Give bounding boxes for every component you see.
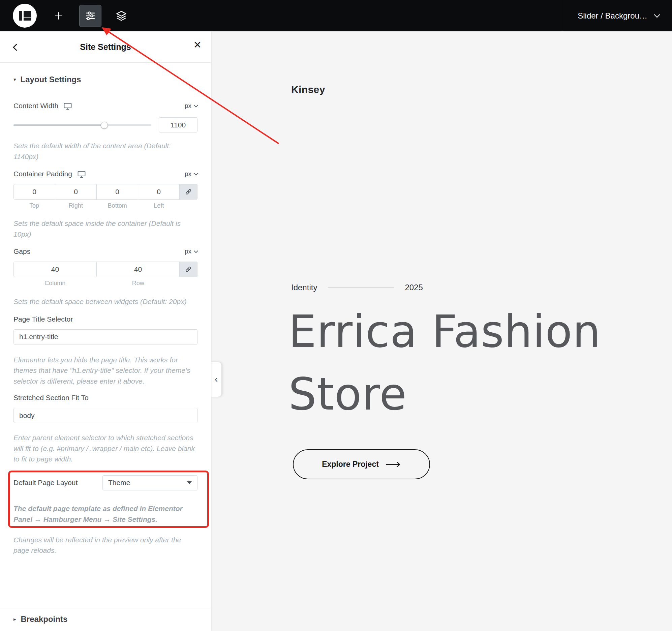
settings-sliders-icon (84, 10, 96, 22)
desktop-icon[interactable] (64, 103, 72, 110)
caret-down-icon: ▾ (14, 76, 16, 83)
elementor-logo-bar (19, 11, 22, 21)
link-values-button[interactable] (179, 184, 197, 200)
panel-title: Site Settings (80, 42, 131, 52)
chevron-left-icon: ‹ (215, 374, 218, 384)
explore-project-button[interactable]: Explore Project (293, 449, 430, 479)
close-button[interactable]: ✕ (193, 40, 201, 50)
arrow-right-icon (386, 461, 401, 468)
section-label: Layout Settings (21, 75, 81, 84)
page-title-selector-label: Page Title Selector (14, 315, 197, 323)
link-values-button[interactable] (179, 262, 197, 277)
document-switcher[interactable]: Slider / Backgrou… (562, 0, 672, 31)
elementor-logo[interactable] (13, 4, 37, 28)
chevron-down-icon (654, 11, 660, 18)
project-heading: Errica Fashion Store (288, 300, 659, 426)
padding-bottom-label: Bottom (97, 202, 138, 209)
gap-column-label: Column (14, 280, 97, 287)
unit-label: px (185, 102, 191, 110)
cta-label: Explore Project (322, 460, 379, 469)
gaps-cell-labels: Column Row (14, 280, 197, 287)
stretched-section-input[interactable] (14, 408, 197, 423)
padding-top-input[interactable] (14, 184, 55, 200)
container-padding-row: Container Padding px (14, 170, 197, 178)
section-layout-settings[interactable]: ▾ Layout Settings (14, 75, 197, 84)
content-width-unit-dropdown[interactable]: px (185, 102, 197, 110)
document-title: Slider / Backgrou… (578, 11, 647, 21)
heading-line: Store (288, 363, 659, 426)
default-page-layout-section: Default Page Layout Theme The default pa… (14, 475, 197, 525)
page-title-selector-help: Elementor lets you hide the page title. … (14, 355, 197, 387)
caret-right-icon: ▸ (14, 616, 16, 622)
content-width-slider-row (14, 117, 197, 133)
plus-icon (54, 11, 64, 21)
caret-down-icon (187, 481, 192, 484)
padding-bottom-input[interactable] (97, 184, 138, 200)
padding-left-label: Left (138, 202, 179, 209)
elementor-top-bar: Slider / Backgrou… (0, 0, 672, 31)
container-padding-label: Container Padding (14, 170, 86, 178)
gap-row-label: Row (97, 280, 180, 287)
back-button[interactable] (10, 42, 20, 52)
section-breakpoints[interactable]: ▸ Breakpoints (0, 607, 211, 631)
desktop-icon[interactable] (77, 171, 86, 178)
reload-note: Changes will be reflected in the preview… (14, 535, 197, 556)
default-page-layout-select[interactable]: Theme (102, 475, 197, 490)
chevron-down-icon (194, 249, 198, 253)
content-width-label: Content Width (14, 102, 72, 110)
site-settings-panel: Site Settings ✕ ▾ Layout Settings Conten… (0, 31, 211, 631)
padding-right-label: Right (55, 202, 96, 209)
navigator-button[interactable] (110, 5, 133, 27)
container-padding-cell-labels: Top Right Bottom Left (14, 202, 197, 209)
default-page-layout-row: Default Page Layout Theme (14, 475, 197, 490)
close-icon: ✕ (193, 40, 201, 50)
container-padding-help: Sets the default space inside the contai… (14, 218, 197, 239)
page-title-selector-input[interactable] (14, 329, 197, 345)
link-icon (185, 265, 192, 273)
panel-body: ▾ Layout Settings Content Width px (0, 63, 211, 631)
section-label: Breakpoints (21, 614, 68, 624)
site-brand: Kinsey (291, 84, 325, 95)
add-element-button[interactable] (48, 5, 70, 27)
gaps-label-text: Gaps (14, 248, 30, 256)
stretched-section-label: Stretched Section Fit To (14, 394, 197, 402)
gaps-help: Sets the default space between widgets (… (14, 296, 197, 307)
elementor-logo-bar (24, 18, 31, 21)
stretched-section-help: Enter parent element selector to which s… (14, 433, 197, 465)
gap-row-input[interactable] (97, 262, 179, 277)
slider-track-fill (14, 124, 104, 126)
unit-label: px (185, 170, 191, 178)
panel-header: Site Settings ✕ (0, 31, 211, 63)
gaps-inputs (14, 262, 197, 277)
link-icon (185, 188, 192, 195)
site-settings-button[interactable] (79, 5, 101, 27)
layers-icon (115, 10, 127, 22)
chevron-down-icon (194, 171, 198, 176)
heading-line: Errica Fashion (288, 300, 659, 363)
slider-handle[interactable] (101, 122, 108, 129)
project-year: 2025 (405, 283, 423, 292)
project-category: Identity (291, 283, 317, 292)
project-meta: Identity 2025 (291, 283, 423, 292)
default-page-layout-label: Default Page Layout (14, 478, 77, 487)
page-preview: Kinsey Identity 2025 Errica Fashion Stor… (211, 31, 672, 631)
gap-column-input[interactable] (14, 262, 97, 277)
content-width-input[interactable] (159, 117, 197, 133)
padding-left-input[interactable] (138, 184, 179, 200)
container-padding-label-text: Container Padding (14, 170, 72, 178)
default-page-layout-help: The default page template as defined in … (14, 503, 197, 525)
panel-collapse-handle[interactable]: ‹ (211, 362, 221, 397)
padding-top-label: Top (14, 202, 55, 209)
gaps-label: Gaps (14, 248, 30, 256)
content-width-row: Content Width px (14, 102, 197, 110)
container-padding-unit-dropdown[interactable]: px (185, 170, 197, 178)
divider-line (328, 287, 394, 288)
select-value: Theme (108, 478, 130, 487)
padding-right-input[interactable] (55, 184, 97, 200)
gaps-row: Gaps px (14, 248, 197, 256)
unit-label: px (185, 248, 191, 255)
gaps-unit-dropdown[interactable]: px (185, 248, 197, 255)
elementor-logo-bar (24, 14, 31, 17)
content-width-slider[interactable] (14, 117, 151, 133)
elementor-logo-bar (24, 11, 31, 14)
